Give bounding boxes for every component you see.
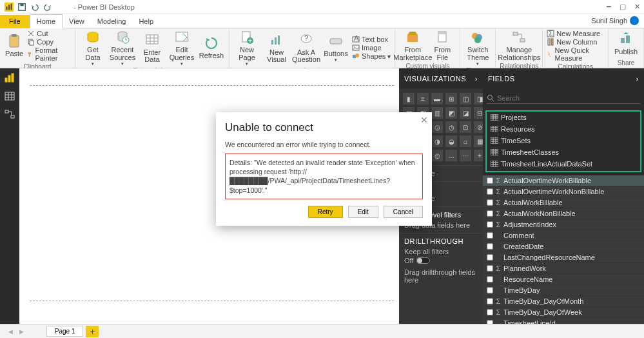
viz-type-1[interactable]: ≡ <box>417 93 429 104</box>
copy-button[interactable]: Copy <box>27 38 71 46</box>
field-ActualWorkBillable[interactable]: ΣActualWorkBillable <box>483 197 644 208</box>
maximize-icon[interactable]: ▢ <box>618 3 627 11</box>
data-view-button[interactable] <box>4 90 15 102</box>
chevron-right-icon: › <box>636 75 639 83</box>
close-icon[interactable]: ✕ <box>632 3 641 11</box>
table-Projects[interactable]: Projects <box>487 112 640 123</box>
new-measure-button[interactable]: ΣNew Measure <box>547 30 604 37</box>
svg-line-60 <box>492 99 494 101</box>
tab-modeling[interactable]: Modeling <box>91 15 133 28</box>
page-prev[interactable]: ◄ <box>5 328 16 335</box>
viz-type-15[interactable]: ◷ <box>445 121 457 133</box>
from-file-button[interactable]: From File <box>429 30 456 61</box>
tab-view[interactable]: View <box>63 15 91 28</box>
field-ActualOvertimeWorkBillable[interactable]: ΣActualOvertimeWorkBillable <box>483 175 644 186</box>
field-TimesheetLineId[interactable]: TimesheetLineId <box>483 317 644 324</box>
edit-button[interactable]: Edit <box>348 206 378 218</box>
field-Comment[interactable]: Comment <box>483 230 644 241</box>
switch-theme-button[interactable]: Switch Theme▾ <box>464 30 491 66</box>
new-page-button[interactable]: New Page▾ <box>233 30 260 66</box>
recent-sources-button[interactable]: Recent Sources▾ <box>109 30 136 66</box>
field-PlannedWork[interactable]: ΣPlannedWork <box>483 263 644 273</box>
fields-search[interactable] <box>487 93 640 104</box>
svg-rect-37 <box>438 32 446 34</box>
user-label[interactable]: Sunil Singh <box>586 14 644 28</box>
viz-type-2[interactable]: ▬ <box>431 93 443 104</box>
from-marketplace-button[interactable]: From Marketplace <box>399 30 426 61</box>
viz-type-3[interactable]: ⊞ <box>445 93 457 104</box>
viz-type-4[interactable]: ◫ <box>460 93 471 104</box>
field-AdjustmentIndex[interactable]: ΣAdjustmentIndex <box>483 219 644 230</box>
tab-help[interactable]: Help <box>132 15 160 28</box>
tab-home[interactable]: Home <box>30 14 63 28</box>
field-ActualOvertimeWorkNonBillable[interactable]: ΣActualOvertimeWorkNonBillable <box>483 186 644 197</box>
viz-type-16[interactable]: ⊡ <box>460 121 471 133</box>
viz-type-0[interactable]: ▮ <box>403 93 415 104</box>
model-view-button[interactable] <box>4 108 15 120</box>
edit-queries-button[interactable]: Edit Queries▾ <box>168 30 195 66</box>
page-tab[interactable]: Page 1 <box>46 326 84 337</box>
viz-type-9[interactable]: ◩ <box>445 107 457 119</box>
manage-relationships-button[interactable]: Manage Relationships <box>500 30 538 61</box>
viz-type-10[interactable]: ◪ <box>460 107 471 119</box>
table-TimesheetLineActualDataSet[interactable]: TimesheetLineActualDataSet <box>487 158 640 170</box>
report-view-button[interactable] <box>4 72 15 84</box>
table-TimesheetClasses[interactable]: TimesheetClasses <box>487 146 640 158</box>
visualizations-header[interactable]: VISUALIZATIONS› <box>399 68 483 89</box>
field-ActualWorkNonBillable[interactable]: ΣActualWorkNonBillable <box>483 208 644 219</box>
svg-rect-45 <box>548 39 550 45</box>
fields-header[interactable]: FIELDS› <box>483 68 644 89</box>
drillthrough[interactable]: DRILLTHROUGH Keep all filters Off Drag d… <box>399 233 483 288</box>
refresh-button[interactable]: Refresh <box>198 35 225 60</box>
fields-pane: FIELDS› ProjectsResourcesTimeSetsTimeshe… <box>483 68 644 324</box>
viz-type-20[interactable]: ◑ <box>431 135 443 147</box>
format-painter-button[interactable]: Format Painter <box>27 46 71 62</box>
undo-icon[interactable] <box>30 3 39 12</box>
redo-icon[interactable] <box>43 3 52 12</box>
paste-button[interactable]: Paste <box>4 34 24 58</box>
viz-type-27[interactable]: … <box>445 150 457 161</box>
field-CreatedDate[interactable]: CreatedDate <box>483 241 644 252</box>
dialog-close-button[interactable]: ✕ <box>420 115 428 125</box>
svg-text:A: A <box>354 35 359 42</box>
save-icon[interactable] <box>17 3 26 12</box>
ask-question-button[interactable]: ?Ask A Question <box>293 32 320 64</box>
new-visual-button[interactable]: New Visual <box>263 32 290 64</box>
viz-type-8[interactable]: ▥ <box>431 107 443 119</box>
viz-type-22[interactable]: ⌂ <box>460 135 471 147</box>
table-TimeSets[interactable]: TimeSets <box>487 135 640 146</box>
enter-data-button[interactable]: Enter Data <box>139 32 166 64</box>
table-Resources[interactable]: Resources <box>487 123 640 135</box>
page-next[interactable]: ► <box>16 328 27 335</box>
field-TimeByDay[interactable]: TimeByDay <box>483 284 644 295</box>
minimize-icon[interactable]: ━ <box>604 3 613 11</box>
cancel-button[interactable]: Cancel <box>384 206 423 218</box>
new-quick-measure-button[interactable]: New Quick Measure <box>547 46 604 62</box>
svg-rect-46 <box>551 39 553 45</box>
publish-button[interactable]: Publish <box>612 32 639 56</box>
viz-type-28[interactable]: ⋯ <box>460 150 471 161</box>
search-input[interactable] <box>497 94 640 102</box>
group-insert: New Page▾ New Visual ?Ask A Question But… <box>229 28 395 68</box>
viz-type-21[interactable]: ◒ <box>445 135 457 147</box>
buttons-button[interactable]: Buttons▾ <box>322 34 349 63</box>
cut-button[interactable]: Cut <box>27 30 71 37</box>
field-ResourceName[interactable]: ResourceName <box>483 273 644 284</box>
svg-rect-41 <box>513 32 518 35</box>
tab-file[interactable]: File <box>0 15 30 28</box>
field-TimeByDay_DayOfWeek[interactable]: ΣTimeByDay_DayOfWeek <box>483 306 644 317</box>
new-column-button[interactable]: New Column <box>547 38 604 46</box>
keep-filters-toggle[interactable] <box>416 257 430 264</box>
viz-type-14[interactable]: ◶ <box>431 121 443 133</box>
get-data-button[interactable]: Get Data▾ <box>79 30 106 66</box>
svg-rect-25 <box>278 35 280 45</box>
add-page-button[interactable]: + <box>86 326 99 337</box>
textbox-button[interactable]: AText box <box>352 35 391 43</box>
svg-rect-42 <box>520 39 525 42</box>
viz-type-26[interactable]: ◎ <box>431 150 443 161</box>
retry-button[interactable]: Retry <box>308 206 343 218</box>
shapes-button[interactable]: Shapes ▾ <box>352 52 391 60</box>
image-button[interactable]: Image <box>352 44 391 52</box>
field-TimeByDay_DayOfMonth[interactable]: ΣTimeByDay_DayOfMonth <box>483 295 644 306</box>
field-LastChangedResourceName[interactable]: LastChangedResourceName <box>483 252 644 263</box>
